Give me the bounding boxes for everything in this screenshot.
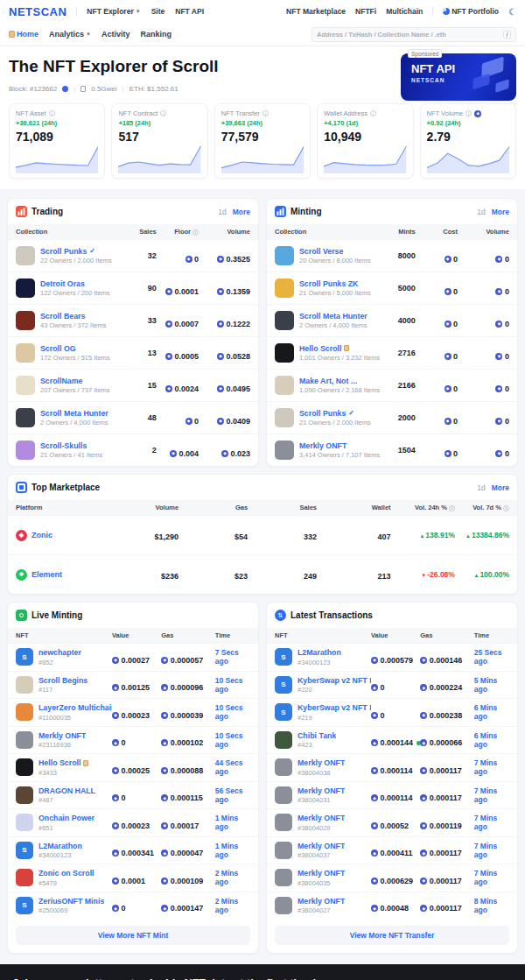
more-link[interactable]: More: [233, 208, 250, 216]
platform-name[interactable]: ❖Element: [16, 569, 94, 581]
collection-name[interactable]: Chibi Tank: [298, 731, 336, 740]
time-ago-link[interactable]: 2 Mins ago: [215, 869, 250, 886]
subnav-item-ranking[interactable]: Ranking: [141, 30, 172, 39]
time-ago-link[interactable]: 7 Mins ago: [474, 842, 509, 859]
table-row[interactable]: Merkly ONFT#23116936◆0◆0.00010210 Secs a…: [8, 726, 258, 754]
stat-card[interactable]: NFT Transferi+39,663 (24h)77,579: [214, 103, 311, 179]
topnav-link[interactable]: NFT Explorer▼: [87, 7, 140, 16]
time-ago-link[interactable]: 5 Mins ago: [474, 676, 509, 694]
info-icon[interactable]: i: [370, 110, 376, 116]
table-row[interactable]: Scroll Bears43 Owners / 372 Items33◆0.00…: [8, 304, 258, 336]
topnav-link[interactable]: NFT Marketplace: [286, 7, 346, 16]
collection-name[interactable]: ScrollName: [40, 377, 110, 385]
collection-name[interactable]: ZeriusONFT Minis: [38, 897, 104, 906]
collection-name[interactable]: LayerZero Multichain ...: [38, 703, 112, 712]
table-row[interactable]: DRAGON HALL#487◆0◆0.00011556 Secs ago: [8, 781, 258, 809]
marketplace-row[interactable]: ◈Zonic$1,290$54332407▲138.91%▲13384.86%: [8, 515, 517, 554]
time-ago-link[interactable]: 1 Mins ago: [215, 814, 250, 831]
subnav-item-home[interactable]: Home: [9, 30, 38, 39]
topnav-link[interactable]: Multichain: [386, 7, 423, 16]
time-ago-link[interactable]: 2 Mins ago: [215, 897, 250, 914]
time-ago-link[interactable]: 7 Mins ago: [474, 758, 509, 776]
info-icon[interactable]: i: [192, 229, 199, 236]
collection-name[interactable]: Onchain Power: [38, 814, 94, 822]
collection-name[interactable]: Merkly ONFT: [298, 814, 345, 822]
info-icon[interactable]: i: [466, 110, 472, 116]
collection-name[interactable]: Scroll OG: [40, 344, 110, 353]
collection-name[interactable]: Merkly ONFT: [38, 731, 86, 740]
topnav-link[interactable]: Site: [151, 7, 165, 16]
table-row[interactable]: Hello Scroll#3433◆0.00025◆0.00008844 Sec…: [8, 753, 258, 781]
info-icon[interactable]: i: [449, 505, 455, 511]
table-row[interactable]: SZeriusONFT Minis#2500069◆0◆0.0001472 Mi…: [8, 892, 258, 920]
table-row[interactable]: SL2Marathon#34000123◆0.000579◆0.00014625…: [267, 643, 517, 671]
table-row[interactable]: Make Art, Not ...1,090 Owners / 2,168 It…: [267, 369, 517, 401]
stat-card[interactable]: NFT Volumei◆+0.92 (24h)2.79: [420, 103, 516, 179]
table-row[interactable]: SKyberSwap v2 NFT Po...#220◆0◆0.0002245 …: [267, 671, 517, 699]
table-row[interactable]: Chibi Tank#423◆0.000144◆0.0000666 Mins a…: [267, 726, 517, 754]
table-row[interactable]: Merkly ONFT#38004037◆0.000411◆0.0001177 …: [267, 836, 517, 864]
table-row[interactable]: Merkly ONFT3,414 Owners / 7,107 Items150…: [267, 434, 517, 466]
search-box[interactable]: Address / TxHash / Collection Name / .et…: [312, 27, 516, 42]
view-more-button[interactable]: View More NFT Transfer: [275, 926, 509, 945]
table-row[interactable]: ScrollName207 Owners / 737 Items15◆0.002…: [8, 369, 258, 401]
time-ago-link[interactable]: 8 Mins ago: [474, 897, 509, 914]
table-row[interactable]: Merkly ONFT#38004029◆0.00052◆0.0001197 M…: [267, 808, 517, 836]
table-row[interactable]: Scroll OG172 Owners / 515 Items13◆0.0005…: [8, 336, 258, 369]
collection-name[interactable]: Scroll Punks✓: [40, 247, 112, 256]
time-ago-link[interactable]: 7 Mins ago: [474, 869, 509, 886]
collection-name[interactable]: Scroll Begins: [38, 676, 88, 685]
stat-card[interactable]: NFT Contracti+185 (24h)517: [111, 103, 207, 179]
collection-name[interactable]: Scroll Punks✓: [299, 409, 371, 418]
collection-name[interactable]: Merkly ONFT: [298, 897, 345, 906]
table-row[interactable]: Scroll Verse20 Owners / 8,000 Items8000◆…: [267, 239, 517, 271]
time-ago-link[interactable]: 10 Secs ago: [215, 676, 250, 694]
table-row[interactable]: Scroll Meta Hunter2 Owners / 4,000 Items…: [8, 401, 258, 434]
stat-card[interactable]: Wallet Addressi+4,170 (1d)10,949: [317, 103, 413, 179]
collection-name[interactable]: newchapter: [38, 648, 81, 657]
collection-name[interactable]: Scroll Punks ZK: [299, 279, 371, 288]
time-ago-link[interactable]: 7 Secs ago: [215, 648, 250, 666]
collection-name[interactable]: Scroll Bears: [40, 312, 106, 321]
table-row[interactable]: Onchain Power#651◆0.00023◆0.000171 Mins …: [8, 808, 258, 836]
collection-name[interactable]: Hello Scroll: [299, 344, 380, 353]
table-row[interactable]: Merkly ONFT#38004035◆0.000629◆0.0001177 …: [267, 864, 517, 892]
nft-portfolio-link[interactable]: NFT Portfolio: [443, 7, 499, 16]
table-row[interactable]: Scroll Punks ZK21 Owners / 5,000 Items50…: [267, 271, 517, 304]
table-row[interactable]: Scroll Punks✓22 Owners / 2,000 Items32◆0…: [8, 239, 258, 271]
collection-name[interactable]: Merkly ONFT: [298, 786, 345, 795]
collection-name[interactable]: Hello Scroll: [38, 758, 88, 767]
table-row[interactable]: Scroll Meta Hunter2 Owners / 4,000 Items…: [267, 304, 517, 336]
table-row[interactable]: Merkly ONFT#38004038◆0.000114◆0.0001177 …: [267, 753, 517, 781]
collection-name[interactable]: KyberSwap v2 NFT Po...: [298, 703, 371, 712]
collection-name[interactable]: Merkly ONFT: [299, 441, 380, 450]
platform-name[interactable]: ◈Zonic: [16, 530, 94, 541]
collection-name[interactable]: Merkly ONFT: [298, 842, 345, 850]
collection-name[interactable]: KyberSwap v2 NFT Po...: [298, 676, 371, 685]
table-row[interactable]: Detroit Oras122 Owners / 200 Items90◆0.0…: [8, 271, 258, 304]
collection-name[interactable]: Scroll Verse: [299, 247, 371, 256]
subnav-item-analytics[interactable]: Analytics▼: [49, 30, 91, 39]
view-more-button[interactable]: View More NFT Mint: [16, 926, 250, 945]
topnav-link[interactable]: NFT API: [175, 7, 204, 16]
more-link[interactable]: More: [492, 483, 509, 492]
more-link[interactable]: More: [492, 208, 509, 216]
collection-name[interactable]: Merkly ONFT: [298, 758, 345, 767]
collection-name[interactable]: Scroll-Skulls: [40, 441, 102, 450]
collection-name[interactable]: Merkly ONFT: [298, 869, 345, 878]
marketplace-row[interactable]: ❖Element$236$23249213▼-26.08%▲100.00%: [8, 554, 517, 594]
time-ago-link[interactable]: 44 Secs ago: [215, 758, 250, 776]
sponsored-banner[interactable]: Sponsored NFT API NETSCAN: [401, 53, 516, 101]
topnav-link[interactable]: NFTFi: [355, 7, 376, 16]
collection-name[interactable]: Scroll Meta Hunter: [40, 409, 108, 418]
time-ago-link[interactable]: 56 Secs ago: [215, 786, 250, 804]
table-row[interactable]: Scroll Punks✓21 Owners / 2,000 Items2000…: [267, 401, 517, 434]
block-number[interactable]: Block: #123662: [9, 85, 57, 93]
collection-name[interactable]: L2Marathon: [298, 648, 341, 657]
time-ago-link[interactable]: 10 Secs ago: [215, 703, 250, 721]
collection-name[interactable]: L2Marathon: [38, 842, 82, 850]
table-row[interactable]: Merkly ONFT#38004027◆0.00048◆0.0001178 M…: [267, 892, 517, 920]
table-row[interactable]: LayerZero Multichain ...#11000035◆0.0002…: [8, 698, 258, 726]
info-icon[interactable]: i: [262, 110, 269, 116]
table-row[interactable]: Scroll Begins#117◆0.00125◆0.00009610 Sec…: [8, 671, 258, 699]
